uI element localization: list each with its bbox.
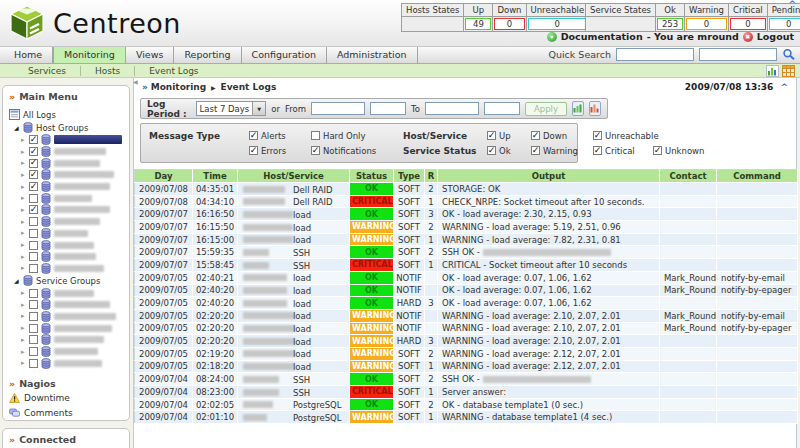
host-group-checkbox[interactable]: ✓ [29,182,38,191]
service-group-checkbox[interactable] [29,312,38,321]
tree-collapsed-icon[interactable]: ▸ [21,241,26,249]
host-group-checkbox[interactable] [29,264,38,273]
nav-tab-monitoring[interactable]: Monitoring [53,47,126,63]
tree-collapsed-icon[interactable]: ▸ [21,359,26,367]
service-name[interactable]: load [293,273,311,283]
tree-collapsed-icon[interactable]: ▸ [21,312,26,320]
documentation-icon[interactable]: ▾ [547,32,557,42]
filter-checkbox-critical[interactable]: ✓ [593,146,602,155]
tree-collapsed-icon[interactable]: ▸ [21,301,26,309]
column-header-host-service[interactable]: Host/Service [238,170,350,183]
logout-link[interactable]: Logout [757,31,794,42]
service-name[interactable]: PostgreSQL [293,400,342,410]
search-icon[interactable] [782,48,796,61]
breadcrumb-section[interactable]: Monitoring [151,82,207,92]
export-csv-icon[interactable] [589,101,601,116]
tree-collapsed-icon[interactable]: ▸ [21,336,26,344]
tree-collapsed-icon[interactable]: ▸ [21,348,26,356]
filter-warning[interactable]: ✓Warning [531,146,593,156]
filter-unreachable[interactable]: ✓Unreachable [593,131,685,141]
column-header-output[interactable]: Output [438,170,660,183]
tree-collapsed-icon[interactable]: ▸ [21,183,26,191]
tree-collapsed-icon[interactable]: ▸ [21,289,26,297]
nav-tab-reporting[interactable]: Reporting [174,47,241,63]
host-group-item[interactable]: ▸ [21,263,126,275]
filter-checkbox-errors[interactable]: ✓ [249,146,258,155]
tree-item-all-logs[interactable]: All Logs [9,108,126,121]
filter-down[interactable]: ✓Down [531,131,593,141]
filter-checkbox-unreachable[interactable]: ✓ [593,131,602,140]
collapse-content-caret-icon[interactable]: ^ [780,82,788,92]
filter-hard-only[interactable]: Hard Only [311,131,403,141]
host-group-item[interactable]: ▸ [21,239,126,251]
host-group-checkbox[interactable] [29,217,38,226]
host-group-item[interactable]: ▸✓ [21,157,126,169]
tree-collapsed-icon[interactable]: ▸ [21,148,26,156]
host-group-item[interactable]: ▸✓ [21,146,126,158]
filter-ok[interactable]: ✓Ok [487,146,531,156]
filter-checkbox-ok[interactable]: ✓ [487,146,496,155]
graph-view-icon[interactable] [766,65,779,77]
service-group-item[interactable]: ▸ [21,311,126,323]
host-group-checkbox[interactable] [29,241,38,250]
host-group-item[interactable]: ▸✓ [21,134,126,146]
subnav-item-services[interactable]: Services [14,66,80,76]
from-date-input[interactable] [311,102,365,115]
service-name[interactable]: SSH [293,261,310,271]
filter-checkbox-warning[interactable]: ✓ [531,146,540,155]
column-header-status[interactable]: Status [350,170,394,183]
column-header-day[interactable]: Day [135,170,193,183]
nav-tab-views[interactable]: Views [126,47,175,63]
service-group-item[interactable]: ▸ [21,346,126,358]
host-group-item[interactable]: ▸ [21,251,126,263]
service-name[interactable]: load [293,349,311,359]
host-group-checkbox[interactable] [29,194,38,203]
service-name[interactable]: PostgreSQL [293,413,342,423]
host-group-item[interactable]: ▸ [21,228,126,240]
grid-view-icon[interactable] [782,65,795,77]
tree-collapsed-icon[interactable]: ▸ [21,171,26,179]
tree-collapsed-icon[interactable]: ▸ [21,206,26,214]
filter-notifications[interactable]: ✓Notifications [311,146,403,156]
host-group-checkbox[interactable] [29,252,38,261]
host-group-item[interactable]: ▸✓ [21,169,126,181]
select-dropdown-icon[interactable]: ▼ [252,102,265,115]
to-time-input[interactable] [484,102,520,115]
service-group-item[interactable]: ▸ [21,334,126,346]
tree-collapsed-icon[interactable]: ▸ [21,136,26,144]
tree-collapsed-icon[interactable]: ▸ [21,229,26,237]
documentation-link[interactable]: Documentation [561,31,643,42]
service-name[interactable]: load [293,311,311,321]
service-group-item[interactable]: ▸ [21,322,126,334]
service-name[interactable]: load [293,337,311,347]
tree-collapsed-icon[interactable]: ▸ [21,253,26,261]
host-group-checkbox[interactable]: ✓ [29,170,38,179]
filter-alerts[interactable]: ✓Alerts [249,131,311,141]
host-group-checkbox[interactable]: ✓ [29,147,38,156]
filter-checkbox-down[interactable]: ✓ [531,131,540,140]
host-group-checkbox[interactable]: ✓ [29,159,38,168]
from-time-input[interactable] [370,102,406,115]
filter-unknown[interactable]: ✓Unknown [653,146,721,156]
quick-search-input-1[interactable] [616,48,694,61]
apply-button[interactable]: Apply [525,102,567,116]
tree-collapsed-icon[interactable]: ▸ [21,264,26,272]
nav-tab-home[interactable]: Home [4,47,53,63]
quick-search-input-2[interactable] [699,48,777,61]
service-name[interactable]: load [293,223,311,233]
service-group-checkbox[interactable] [29,335,38,344]
service-group-checkbox[interactable] [29,300,38,309]
filter-checkbox-up[interactable]: ✓ [487,131,496,140]
service-group-checkbox[interactable] [29,324,38,333]
tree-collapsed-icon[interactable]: ▸ [21,159,26,167]
host-group-checkbox[interactable]: ✓ [29,205,38,214]
nav-tab-administration[interactable]: Administration [327,47,418,63]
tree-group-service-groups[interactable]: ◢ Service Groups [14,274,126,287]
breadcrumb-page[interactable]: Event Logs [221,82,277,92]
service-name[interactable]: Dell RAID [293,185,333,195]
collapse-header-caret-icon[interactable]: ^ [788,0,796,9]
host-group-item[interactable]: ▸✓ [21,181,126,193]
filter-checkbox-unknown[interactable]: ✓ [653,146,662,155]
service-group-item[interactable]: ▸ [21,357,126,369]
host-group-item[interactable]: ▸ [21,216,126,228]
